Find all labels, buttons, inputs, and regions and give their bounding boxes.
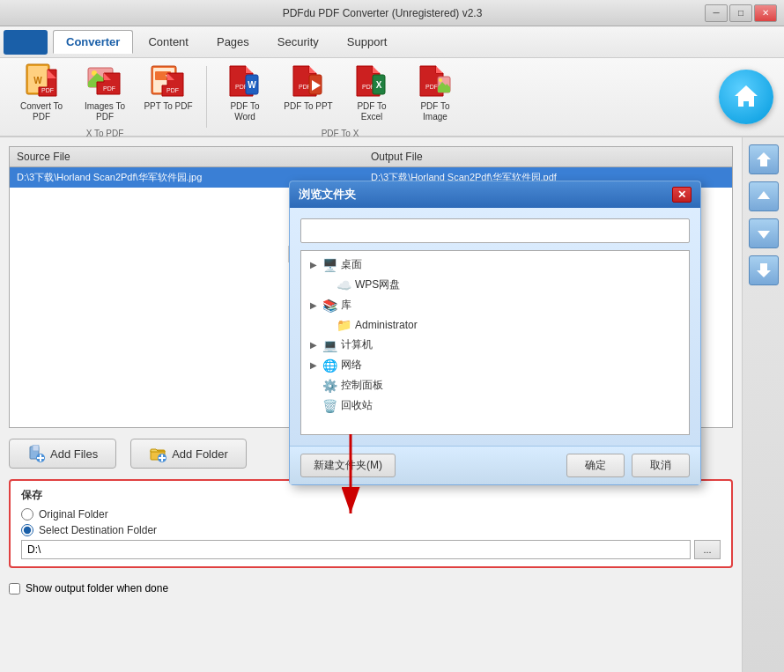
tree-item-wps[interactable]: ☁️ WPS网盘	[301, 275, 689, 295]
tree-item-recycle[interactable]: 🗑️ 回收站	[301, 395, 689, 416]
tree-label: 网络	[341, 358, 362, 373]
tree-item-desktop[interactable]: ▶ 🖥️ 桌面	[301, 255, 689, 275]
tree-item-control-panel[interactable]: ⚙️ 控制面板	[301, 375, 689, 395]
tree-item-network[interactable]: ▶ 🌐 网络	[301, 355, 689, 375]
expand-icon: ▶	[308, 360, 319, 371]
dialog-body: ▶ 🖥️ 桌面 ☁️ WPS网盘 ▶ 📚 库	[290, 208, 700, 446]
expand-icon: ▶	[308, 340, 319, 351]
tree-label: WPS网盘	[355, 277, 400, 292]
tree-label: Administrator	[355, 319, 418, 331]
expand-icon	[308, 401, 319, 411]
dialog-ok-button[interactable]: 确定	[566, 454, 625, 477]
dialog-overlay: 浏览文件夹 ✕ ▶ 🖥️ 桌面 ☁️ WPS网盘	[0, 0, 784, 672]
tree-label: 回收站	[341, 398, 373, 413]
dialog-titlebar: 浏览文件夹 ✕	[290, 181, 700, 208]
new-folder-button[interactable]: 新建文件夹(M)	[300, 454, 396, 477]
folder-tree[interactable]: ▶ 🖥️ 桌面 ☁️ WPS网盘 ▶ 📚 库	[300, 250, 690, 435]
tree-item-computer[interactable]: ▶ 💻 计算机	[301, 335, 689, 355]
expand-icon	[308, 380, 319, 391]
tree-label: 库	[341, 298, 351, 313]
expand-icon: ▶	[308, 260, 319, 270]
expand-icon: ▶	[308, 300, 319, 311]
dialog-action-buttons: 确定 取消	[566, 454, 690, 477]
dialog-address-bar[interactable]	[300, 218, 690, 243]
dialog-footer: 新建文件夹(M) 确定 取消	[290, 446, 700, 484]
tree-item-administrator[interactable]: 📁 Administrator	[301, 315, 689, 335]
tree-label: 桌面	[341, 257, 362, 272]
browse-folder-dialog: 浏览文件夹 ✕ ▶ 🖥️ 桌面 ☁️ WPS网盘	[289, 181, 701, 485]
tree-item-library[interactable]: ▶ 📚 库	[301, 295, 689, 315]
dialog-title: 浏览文件夹	[299, 187, 356, 203]
dialog-cancel-button[interactable]: 取消	[632, 454, 690, 477]
dialog-close-button[interactable]: ✕	[672, 187, 692, 203]
tree-label: 控制面板	[341, 378, 383, 393]
expand-icon	[322, 320, 333, 330]
tree-label: 计算机	[341, 337, 373, 352]
expand-icon	[322, 280, 333, 291]
